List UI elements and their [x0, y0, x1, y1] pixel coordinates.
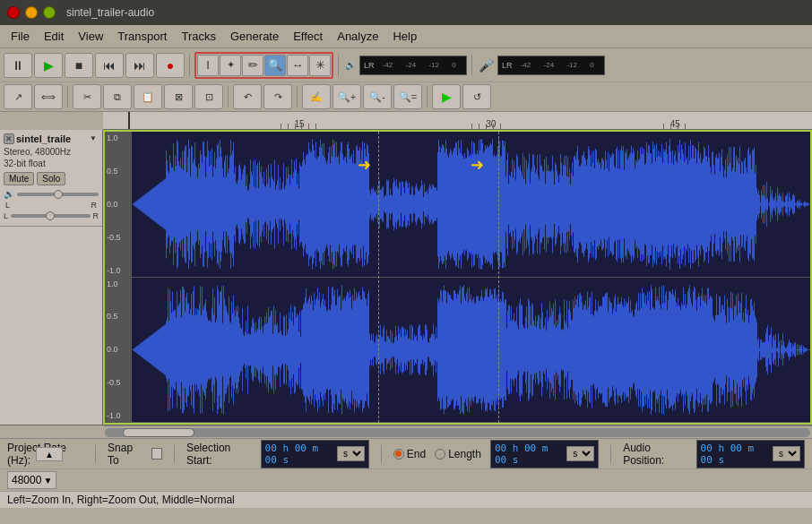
- ruler-mark-45: 45: [670, 119, 680, 129]
- audio-pos-time[interactable]: 00 h 00 m 00 s s: [696, 440, 805, 468]
- status-row2: 48000 ▼: [0, 469, 812, 491]
- track-close-button[interactable]: ✕: [4, 133, 14, 144]
- end-radio[interactable]: End: [393, 448, 426, 460]
- menu-tracks[interactable]: Tracks: [174, 28, 223, 45]
- hscrollbar[interactable]: [103, 425, 812, 438]
- trim-tool[interactable]: ⟺: [34, 84, 63, 109]
- menu-file[interactable]: File: [4, 28, 37, 45]
- zoom-in[interactable]: 🔍+: [333, 84, 361, 109]
- menubar: File Edit View Transport Tracks Generate…: [0, 25, 812, 48]
- maximize-button[interactable]: [43, 6, 56, 19]
- statusbar: Project Rate (Hz): Snap To Selection Sta…: [0, 438, 812, 501]
- sep-status4: [610, 445, 611, 463]
- separator2: [338, 55, 339, 76]
- mute-button[interactable]: Mute: [4, 172, 34, 185]
- separator: [189, 55, 190, 76]
- skip-fwd-button[interactable]: ⏭: [125, 53, 154, 78]
- zoom-tool[interactable]: 🔍: [264, 55, 286, 76]
- trim-audio[interactable]: ⊠: [164, 84, 193, 109]
- track-name: sintel_traile: [16, 133, 88, 144]
- track-dropdown[interactable]: ▼: [90, 134, 99, 143]
- solo-button[interactable]: Solo: [37, 172, 65, 185]
- stop-button[interactable]: ■: [65, 53, 93, 78]
- copy-tool[interactable]: ⧉: [103, 84, 132, 109]
- time3-dropdown[interactable]: s: [773, 446, 800, 461]
- pan-slider[interactable]: [11, 214, 90, 218]
- menu-help[interactable]: Help: [385, 28, 424, 45]
- play-button[interactable]: ▶: [34, 53, 63, 78]
- envelope-tool[interactable]: ✦: [220, 55, 241, 76]
- close-button[interactable]: [7, 6, 20, 19]
- timeshift-tool[interactable]: ↔: [287, 55, 308, 76]
- length-radio-dot[interactable]: [435, 449, 445, 460]
- rate-dropdown-arrow[interactable]: ▼: [43, 476, 52, 485]
- waveform-area[interactable]: 1.0 0.5 0.0 -0.5 -1.0 1.0 0.5 0.0 -0.5 -…: [103, 130, 812, 425]
- minimize-button[interactable]: [25, 6, 38, 19]
- menu-transport[interactable]: Transport: [110, 28, 174, 45]
- draw-pencil[interactable]: ✍: [302, 84, 331, 109]
- end-radio-dot[interactable]: [393, 449, 404, 460]
- selection-tool[interactable]: I: [197, 55, 219, 76]
- status-message: Left=Zoom In, Right=Zoom Out, Middle=Nor…: [0, 491, 812, 508]
- snap-checkbox[interactable]: [151, 448, 162, 460]
- time1-dropdown[interactable]: s: [337, 446, 365, 461]
- audio-pos-label: Audio Position:: [623, 442, 687, 467]
- sep-edit3: [297, 86, 298, 107]
- ruler-mark-30: 30: [486, 119, 496, 129]
- draw-tool[interactable]: ✏: [242, 55, 263, 76]
- paste-tool[interactable]: 📋: [134, 84, 162, 109]
- selection-start-time[interactable]: 00 h 00 m 00 s s: [261, 440, 369, 468]
- playhead[interactable]: [128, 112, 130, 129]
- selection-cursor-tool[interactable]: ↗: [4, 84, 32, 109]
- multi-tool[interactable]: ✳: [309, 55, 331, 76]
- menu-generate[interactable]: Generate: [223, 28, 286, 45]
- menu-view[interactable]: View: [71, 28, 110, 45]
- main-area: ✕ sintel_traile ▼ Stereo, 48000Hz 32-bit…: [0, 130, 812, 425]
- length-radio[interactable]: Length: [435, 448, 481, 460]
- end-time[interactable]: 00 h 00 m 00 s s: [490, 440, 599, 468]
- track-panel: ✕ sintel_traile ▼ Stereo, 48000Hz 32-bit…: [0, 130, 103, 425]
- record-button[interactable]: ●: [156, 53, 185, 78]
- titlebar: sintel_trailer-audio: [0, 0, 812, 25]
- ruler-mark-15: 15: [295, 119, 305, 129]
- selection-start-label: Selection Start:: [186, 442, 252, 467]
- project-rate-select[interactable]: 48000 ▼: [7, 471, 56, 489]
- time2-dropdown[interactable]: s: [566, 446, 594, 461]
- waveform-canvas-top[interactable]: [132, 132, 810, 277]
- track-info-stereo: Stereo, 48000Hz: [4, 146, 99, 158]
- pause-button[interactable]: ⏸: [4, 53, 32, 78]
- gain-slider[interactable]: [17, 193, 99, 196]
- collapse-icon: ▲: [45, 450, 54, 460]
- sep-status1: [95, 445, 96, 463]
- menu-analyze[interactable]: Analyze: [330, 28, 385, 45]
- sep-edit4: [427, 86, 428, 107]
- lr-labels: LR: [4, 201, 99, 210]
- scroll-thumb[interactable]: [123, 428, 194, 437]
- undo-button[interactable]: ↶: [233, 84, 262, 109]
- ruler: 15 30 45: [103, 112, 812, 130]
- zoom-sel[interactable]: 🔍=: [393, 84, 422, 109]
- skip-back-button[interactable]: ⏮: [95, 53, 124, 78]
- output-label: 🔊: [343, 60, 358, 70]
- redo-button[interactable]: ↷: [263, 84, 292, 109]
- loop-btn[interactable]: ↺: [462, 84, 491, 109]
- sep-edit2: [228, 86, 229, 107]
- sep-edit: [67, 86, 68, 107]
- silence-audio[interactable]: ⊡: [194, 84, 223, 109]
- vu-meter-left[interactable]: LR -42-24-120: [359, 56, 467, 75]
- waveform-channel-top: 1.0 0.5 0.0 -0.5 -1.0: [105, 132, 810, 278]
- zoom-out[interactable]: 🔍-: [363, 84, 392, 109]
- scroll-track[interactable]: [105, 428, 810, 437]
- waveform-canvas-bottom[interactable]: [132, 278, 810, 423]
- gain-icon: 🔊: [4, 189, 14, 199]
- separator3: [471, 55, 472, 76]
- cut-tool[interactable]: ✂: [73, 84, 101, 109]
- tools-toolbar: I ✦ ✏ 🔍 ↔ ✳: [194, 52, 333, 79]
- menu-effect[interactable]: Effect: [286, 28, 330, 45]
- collapse-button[interactable]: ▲: [36, 447, 63, 461]
- toolbar-row1: ⏸ ▶ ■ ⏮ ⏭ ● I ✦ ✏ 🔍 ↔ ✳ 🔊 LR -42-24-120: [0, 48, 812, 82]
- play-green[interactable]: ▶: [432, 84, 461, 109]
- vu-meter-right[interactable]: LR -42-24-120: [497, 56, 605, 75]
- snap-to-label: Snap To: [108, 442, 143, 467]
- menu-edit[interactable]: Edit: [37, 28, 71, 45]
